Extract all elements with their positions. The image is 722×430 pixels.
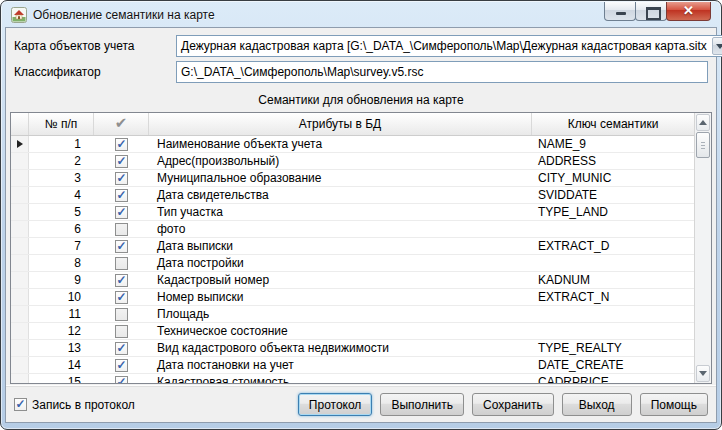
row-number[interactable]: 9 (29, 272, 94, 288)
key-cell[interactable] (532, 306, 694, 322)
row-check-cell[interactable] (94, 289, 149, 305)
row-number[interactable]: 8 (29, 255, 94, 271)
key-cell[interactable] (532, 255, 694, 271)
table-row[interactable]: 15 Кадастровая стоимость CADRPRICE (11, 374, 694, 383)
attr-cell[interactable]: Наименование объекта учета (149, 136, 532, 152)
key-cell[interactable]: TYPE_REALTY (532, 340, 694, 356)
table-row[interactable]: 12 Техническое состояние (11, 323, 694, 340)
map-combobox-dropdown-button[interactable] (712, 37, 722, 55)
scroll-up-button[interactable] (696, 114, 710, 131)
row-number[interactable]: 7 (29, 238, 94, 254)
row-number[interactable]: 2 (29, 153, 94, 169)
table-row[interactable]: 11 Площадь (11, 306, 694, 323)
table-row[interactable]: 9 Кадастровый номер KADNUM (11, 272, 694, 289)
attr-cell[interactable]: Вид кадастрового объекта недвижимости (149, 340, 532, 356)
row-check-cell[interactable] (94, 204, 149, 220)
row-number[interactable]: 10 (29, 289, 94, 305)
save-button[interactable]: Сохранить (472, 393, 554, 416)
protocol-button[interactable]: Протокол (298, 393, 373, 416)
row-number[interactable]: 12 (29, 323, 94, 339)
key-cell[interactable]: CADRPRICE (532, 374, 694, 383)
table-row[interactable]: 4 Дата свидетельства SVIDDATE (11, 187, 694, 204)
row-checkbox[interactable] (115, 308, 128, 321)
key-cell[interactable]: DATE_CREATE (532, 357, 694, 373)
row-checkbox[interactable] (115, 172, 128, 185)
attr-cell[interactable]: Кадастровая стоимость (149, 374, 532, 383)
log-checkbox-wrap[interactable]: Запись в протокол (14, 398, 298, 412)
execute-button[interactable]: Выполнить (380, 393, 464, 416)
maximize-button[interactable] (635, 2, 667, 21)
key-cell[interactable]: CITY_MUNIC (532, 170, 694, 186)
log-checkbox[interactable] (14, 398, 27, 411)
row-check-cell[interactable] (94, 340, 149, 356)
row-check-cell[interactable] (94, 136, 149, 152)
minimize-button[interactable] (604, 2, 636, 21)
row-check-cell[interactable] (94, 153, 149, 169)
row-number[interactable]: 3 (29, 170, 94, 186)
scroll-down-button[interactable] (696, 365, 710, 382)
row-number[interactable]: 15 (29, 374, 94, 383)
table-row[interactable]: 14 Дата постановки на учет DATE_CREATE (11, 357, 694, 374)
attr-cell[interactable]: Дата выписки (149, 238, 532, 254)
row-checkbox[interactable] (115, 189, 128, 202)
key-cell[interactable]: EXTRACT_N (532, 289, 694, 305)
classifier-input[interactable]: G:\_DATA_\Симферополь\Map\survey.v5.rsc (176, 61, 708, 83)
row-number[interactable]: 4 (29, 187, 94, 203)
attr-cell[interactable]: Кадастровый номер (149, 272, 532, 288)
key-cell[interactable]: NAME_9 (532, 136, 694, 152)
attr-cell[interactable]: Тип участка (149, 204, 532, 220)
scrollbar-track[interactable] (695, 158, 711, 364)
key-cell[interactable]: KADNUM (532, 272, 694, 288)
attr-cell[interactable]: Муниципальное образование (149, 170, 532, 186)
attr-cell[interactable]: Номер выписки (149, 289, 532, 305)
row-checkbox[interactable] (115, 291, 128, 304)
table-row[interactable]: 3 Муниципальное образование CITY_MUNIC (11, 170, 694, 187)
key-cell[interactable] (532, 323, 694, 339)
key-cell[interactable]: ADDRESS (532, 153, 694, 169)
row-check-cell[interactable] (94, 306, 149, 322)
row-check-cell[interactable] (94, 323, 149, 339)
attr-cell[interactable]: Адрес(произвольный) (149, 153, 532, 169)
row-checkbox[interactable] (115, 325, 128, 338)
row-check-cell[interactable] (94, 255, 149, 271)
row-checkbox[interactable] (115, 223, 128, 236)
row-number[interactable]: 1 (29, 136, 94, 152)
key-cell[interactable]: TYPE_LAND (532, 204, 694, 220)
row-checkbox[interactable] (115, 376, 128, 384)
attr-cell[interactable]: Площадь (149, 306, 532, 322)
table-row[interactable]: 10 Номер выписки EXTRACT_N (11, 289, 694, 306)
table-row[interactable]: 1 Наименование объекта учета NAME_9 (11, 136, 694, 153)
row-checkbox[interactable] (115, 274, 128, 287)
close-button[interactable] (666, 2, 711, 21)
map-combobox[interactable]: Дежурная кадастровая карта [G:\_DATA_\Си… (176, 35, 722, 57)
attr-cell[interactable]: Дата свидетельства (149, 187, 532, 203)
row-checkbox[interactable] (115, 342, 128, 355)
table-row[interactable]: 13 Вид кадастрового объекта недвижимости… (11, 340, 694, 357)
table-row[interactable]: 7 Дата выписки EXTRACT_D (11, 238, 694, 255)
row-number[interactable]: 6 (29, 221, 94, 237)
header-key[interactable]: Ключ семантики (532, 113, 694, 135)
key-cell[interactable]: EXTRACT_D (532, 238, 694, 254)
help-button[interactable]: Помощь (640, 393, 708, 416)
row-check-cell[interactable] (94, 272, 149, 288)
exit-button[interactable]: Выход (562, 393, 632, 416)
row-checkbox[interactable] (115, 257, 128, 270)
row-check-cell[interactable] (94, 374, 149, 383)
attr-cell[interactable]: Дата постановки на учет (149, 357, 532, 373)
header-check[interactable] (94, 113, 149, 135)
header-num[interactable]: № п/п (29, 113, 94, 135)
row-check-cell[interactable] (94, 187, 149, 203)
row-checkbox[interactable] (115, 359, 128, 372)
row-checkbox[interactable] (115, 138, 128, 151)
attr-cell[interactable]: Техническое состояние (149, 323, 532, 339)
attr-cell[interactable]: Дата постройки (149, 255, 532, 271)
key-cell[interactable] (532, 221, 694, 237)
row-check-cell[interactable] (94, 170, 149, 186)
row-checkbox[interactable] (115, 240, 128, 253)
row-checkbox[interactable] (115, 206, 128, 219)
scrollbar-thumb[interactable] (696, 132, 710, 158)
vertical-scrollbar[interactable] (694, 113, 711, 383)
row-check-cell[interactable] (94, 221, 149, 237)
table-row[interactable]: 6 фото (11, 221, 694, 238)
row-number[interactable]: 5 (29, 204, 94, 220)
